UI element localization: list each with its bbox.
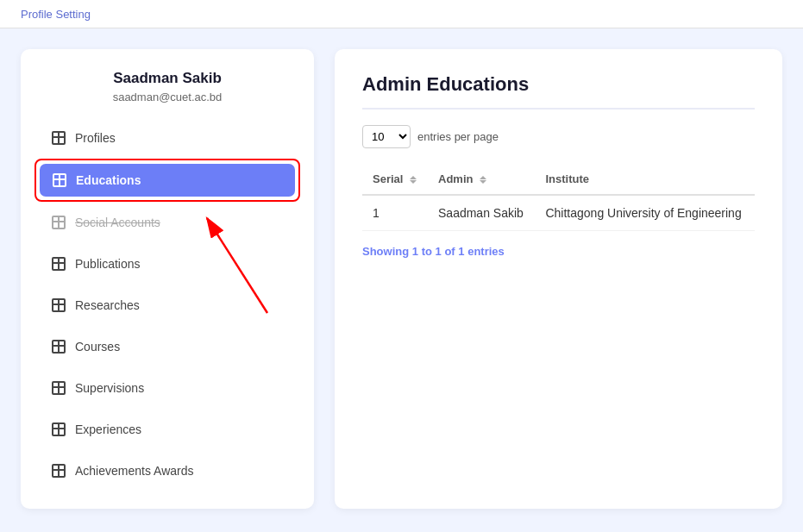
sidebar-item-researches[interactable]: Researches	[38, 288, 297, 322]
showing-entries-text: Showing 1 to 1 of 1 entries	[362, 245, 755, 258]
table-icon-researches	[51, 297, 66, 313]
sidebar-label-experiences: Experiences	[75, 422, 141, 436]
table-controls: 10 25 50 100 entries per page	[362, 125, 755, 148]
sidebar-label-researches: Researches	[75, 298, 140, 312]
main-content: Admin Educations 10 25 50 100 entries pe…	[335, 49, 782, 509]
cell-admin: Saadman Sakib	[428, 195, 535, 231]
user-info: Saadman Sakib saadman@cuet.ac.bd	[38, 70, 297, 103]
table-header-row: Serial Admin Institu	[362, 164, 755, 195]
sidebar-nav: Profiles Educations Social Accounts	[38, 121, 297, 488]
sort-icon-serial[interactable]	[410, 176, 417, 184]
sidebar-item-achievements[interactable]: Achievements Awards	[38, 454, 297, 488]
sort-icon-admin[interactable]	[480, 176, 486, 184]
table-icon-publications	[51, 256, 66, 272]
sidebar-label-publications: Publications	[75, 257, 141, 271]
sidebar-item-supervisions[interactable]: Supervisions	[38, 371, 297, 405]
sidebar: Saadman Sakib saadman@cuet.ac.bd Profile…	[21, 49, 314, 509]
educations-table: Serial Admin Institu	[362, 164, 755, 231]
table-icon-achievements	[51, 463, 66, 479]
col-institute: Institute	[535, 164, 755, 195]
sidebar-label-educations: Educations	[76, 173, 141, 187]
entries-per-page-select[interactable]: 10 25 50 100	[362, 125, 411, 148]
page-title: Admin Educations	[362, 73, 755, 110]
breadcrumb-link[interactable]: Profile Setting	[21, 8, 91, 21]
table-row: 1 Saadman Sakib Chittagong University of…	[362, 195, 755, 231]
sidebar-label-courses: Courses	[75, 340, 120, 354]
sidebar-item-experiences[interactable]: Experiences	[38, 412, 297, 447]
table-icon-social	[51, 215, 66, 230]
user-email: saadman@cuet.ac.bd	[38, 91, 297, 103]
col-serial[interactable]: Serial	[362, 164, 428, 195]
sidebar-item-courses[interactable]: Courses	[38, 329, 297, 364]
sidebar-label-social-accounts: Social Accounts	[75, 216, 160, 229]
highlight-box: Educations	[35, 159, 300, 202]
sidebar-label-supervisions: Supervisions	[75, 381, 144, 395]
user-name: Saadman Sakib	[38, 70, 297, 87]
table-icon-supervisions	[51, 380, 66, 396]
col-admin[interactable]: Admin	[428, 164, 535, 195]
table-icon	[51, 130, 66, 146]
table-icon-experiences	[51, 422, 66, 437]
sidebar-label-achievements: Achievements Awards	[75, 464, 193, 478]
entries-label: entries per page	[417, 130, 499, 143]
sidebar-item-profiles[interactable]: Profiles	[38, 121, 297, 155]
sidebar-item-publications[interactable]: Publications	[38, 247, 297, 281]
cell-institute: Chittagong University of Engineering	[535, 195, 755, 231]
cell-serial: 1	[362, 195, 428, 231]
table-icon-educations	[52, 172, 67, 188]
sidebar-label-profiles: Profiles	[75, 131, 116, 145]
sidebar-item-social-accounts[interactable]: Social Accounts	[38, 205, 297, 240]
table-icon-courses	[51, 339, 66, 354]
sidebar-item-educations[interactable]: Educations	[40, 164, 295, 197]
